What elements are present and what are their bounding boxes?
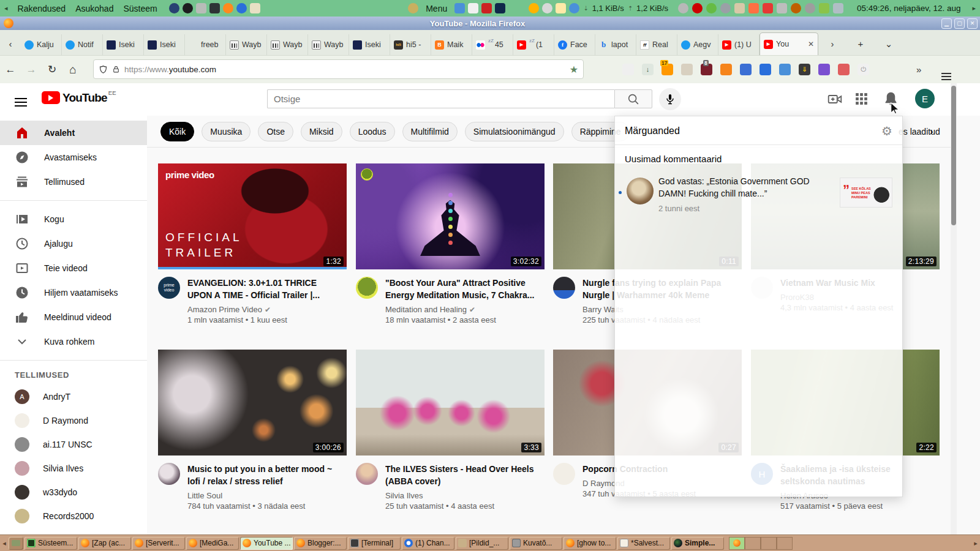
video-card[interactable]: 3:02:32"Boost Your Aura" Attract Positiv… xyxy=(356,163,545,324)
tab[interactable]: Aegv xyxy=(677,34,718,55)
clipboard-icon[interactable] xyxy=(734,3,745,13)
tab[interactable]: ▶(1) U xyxy=(718,34,760,55)
file-manager-icon[interactable] xyxy=(196,3,206,13)
taskbar-scroll-left-icon[interactable]: ◂ xyxy=(1,539,7,547)
url-bar[interactable]: https://www.youtube.com ★ xyxy=(93,59,584,79)
tab[interactable]: Wayb xyxy=(226,34,267,55)
menu-button[interactable]: Menu xyxy=(421,4,451,13)
tab[interactable]: Wayb xyxy=(308,34,349,55)
video-title[interactable]: Music to put you in a better mood ~ lofi… xyxy=(187,463,341,487)
chips-scroll-right-icon[interactable]: › xyxy=(930,122,933,141)
search-input[interactable] xyxy=(268,94,614,104)
link-chains-icon[interactable] xyxy=(740,64,752,75)
video-title[interactable]: "Boost Your Aura" Attract Positive Energ… xyxy=(385,277,538,301)
taskbar-item[interactable]: [ghow to... xyxy=(564,537,616,550)
panel-menu-rakendused[interactable]: Rakendused xyxy=(13,4,70,13)
taskbar-item[interactable]: [Terminal] xyxy=(348,537,401,550)
sidebar-item-avastamiseks[interactable]: Avastamiseks xyxy=(0,145,147,170)
gem-icon[interactable] xyxy=(748,3,759,13)
sidebar-subscription-silviailves[interactable]: Silvia Ilves xyxy=(0,456,147,480)
guide-menu-icon[interactable] xyxy=(15,94,27,105)
tab[interactable]: Wayb xyxy=(267,34,308,55)
mixer-icon[interactable] xyxy=(805,3,815,13)
workspace-4[interactable] xyxy=(777,537,793,550)
tab[interactable]: Notif xyxy=(62,34,103,55)
taskbar-item[interactable]: [Zap (ac... xyxy=(78,537,131,550)
tab-list-dropdown-icon[interactable]: ⌄ xyxy=(875,33,903,55)
voice-search-button[interactable] xyxy=(659,88,681,110)
power-icon[interactable]: ⏻ xyxy=(858,64,869,75)
tab[interactable]: ffReal xyxy=(636,34,677,55)
channel-avatar[interactable] xyxy=(553,277,575,299)
taskbar-item[interactable]: (1) Chan... xyxy=(402,537,454,550)
scrollbar-thumb[interactable] xyxy=(951,86,956,225)
swirl-icon[interactable] xyxy=(791,3,801,13)
starburst-icon[interactable] xyxy=(529,3,539,13)
volume-icon[interactable] xyxy=(678,3,688,13)
video-thumbnail[interactable]: 3:00:26 xyxy=(158,350,347,455)
sidebar-item-meeldinud-videod[interactable]: Meeldinud videod xyxy=(0,305,147,329)
chip-otse[interactable]: Otse xyxy=(258,122,293,141)
video-title[interactable]: EVANGELION: 3.0+1.01 THRICE UPON A TIME … xyxy=(187,277,341,301)
camera-lens-icon[interactable] xyxy=(183,3,193,13)
home-button[interactable]: ⌂ xyxy=(62,63,83,77)
sidebar-subscription-ai117unsc[interactable]: ai.117 UNSC xyxy=(0,432,147,456)
document-download-icon[interactable] xyxy=(779,64,791,75)
adblock-shield-icon[interactable]: 8 xyxy=(701,64,712,75)
bluetooth-icon[interactable] xyxy=(720,3,731,13)
sidebar-item-teie-videod[interactable]: Teie videod xyxy=(0,256,147,280)
tab[interactable]: freeb xyxy=(185,34,226,55)
video-card[interactable]: 3:33The ILVES Sisters - Head Over Heels … xyxy=(356,350,545,511)
session-icon[interactable] xyxy=(681,64,693,75)
firefox-icon[interactable] xyxy=(223,3,233,13)
create-video-icon[interactable] xyxy=(827,91,842,106)
tab[interactable]: ▶zZ(1 xyxy=(513,34,554,55)
checkbox-icon[interactable] xyxy=(454,3,465,13)
back-button[interactable]: ← xyxy=(0,64,21,76)
notification-item[interactable]: God vastas: „Estonia Government GOD DAMN… xyxy=(615,170,902,217)
new-tab-button[interactable]: + xyxy=(846,33,875,55)
copy-pages-icon[interactable] xyxy=(838,64,850,75)
sticky-note-icon[interactable] xyxy=(556,3,566,13)
tab-active[interactable]: ▶You✕ xyxy=(760,32,818,55)
tab-close-icon[interactable]: ✕ xyxy=(807,40,814,48)
video-thumbnail[interactable]: 3:02:32 xyxy=(356,163,545,269)
window-titlebar[interactable]: YouTube - Mozilla Firefox ▁ ▢ ✕ xyxy=(0,17,980,30)
distro-logo-icon[interactable] xyxy=(169,3,179,13)
tab[interactable]: Iseki xyxy=(349,34,390,55)
forward-button[interactable]: → xyxy=(21,64,42,76)
account-avatar[interactable]: E xyxy=(915,89,935,108)
workspace-pager[interactable] xyxy=(729,537,793,550)
workspace-3[interactable] xyxy=(761,537,777,550)
calculator-icon[interactable] xyxy=(763,3,773,13)
taskbar-item[interactable]: [Serverit... xyxy=(132,537,185,550)
taskbar-item[interactable]: Kuvatõ... xyxy=(510,537,562,550)
record-icon[interactable] xyxy=(692,3,703,13)
chip-loodus[interactable]: Loodus xyxy=(350,122,395,141)
channel-name[interactable]: Amazon Prime Video✔ xyxy=(187,305,341,314)
tab[interactable]: Kalju xyxy=(21,34,62,55)
channel-avatar[interactable] xyxy=(356,277,378,299)
gkrellm-icon[interactable] xyxy=(481,3,492,13)
network-monitors-icon[interactable] xyxy=(819,3,829,13)
tab[interactable]: BMaik xyxy=(431,34,472,55)
chip-kõik[interactable]: Kõik xyxy=(160,122,194,141)
thunderbird-icon[interactable] xyxy=(236,3,247,13)
sidebar-subscription-draymond[interactable]: D Raymond xyxy=(0,408,147,432)
panel-clock[interactable]: 05:49:26, neljapäev, 12. aug xyxy=(857,4,960,13)
swirl-purple-icon[interactable] xyxy=(818,64,830,75)
panel-expand-arrow[interactable]: ▸ xyxy=(970,4,978,12)
sidebar-subscription-records2000[interactable]: Records2000 xyxy=(0,504,147,528)
close-button[interactable]: ✕ xyxy=(967,18,978,29)
clock-applet-icon[interactable] xyxy=(468,3,478,13)
panel-menu-asukohad[interactable]: Asukohad xyxy=(71,4,118,13)
tampermonkey-icon[interactable]: 17 xyxy=(662,64,673,75)
taskbar-scroll-right-icon[interactable]: ▸ xyxy=(973,539,979,547)
workspace-1[interactable] xyxy=(729,537,745,550)
notification-settings-gear-icon[interactable]: ⚙ xyxy=(881,124,892,138)
magnifier-icon[interactable] xyxy=(542,3,552,13)
bookmark-star-icon[interactable]: ★ xyxy=(570,64,578,75)
taskbar-item[interactable]: *Salvest... xyxy=(617,537,670,550)
terminal-icon[interactable] xyxy=(209,3,220,13)
sidebar-item-kuva-rohkem[interactable]: Kuva rohkem xyxy=(0,329,147,354)
